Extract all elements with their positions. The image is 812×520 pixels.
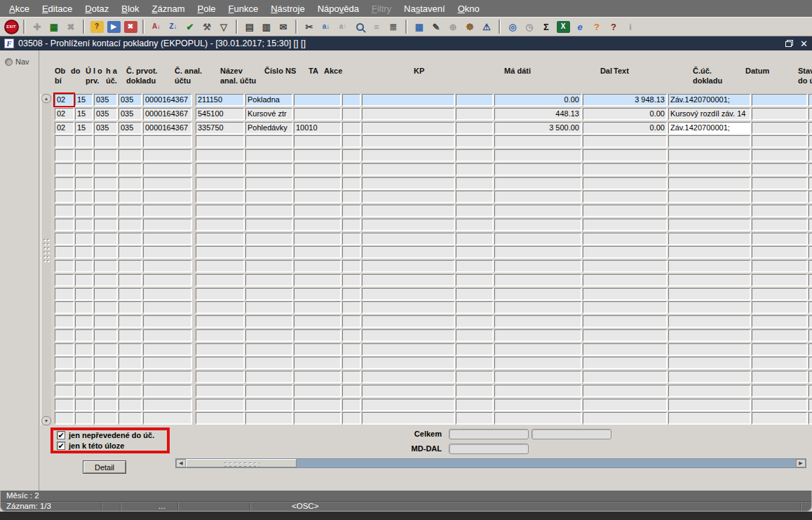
- menu-item-akce[interactable]: Akce: [3, 1, 36, 16]
- cell-dal[interactable]: [583, 357, 667, 369]
- cell-ma-dati[interactable]: [494, 177, 581, 189]
- cell-c-uc-dokladu[interactable]: [752, 246, 807, 258]
- cell-ma-dati[interactable]: [494, 135, 581, 147]
- cell-akce[interactable]: [362, 385, 454, 397]
- cell-dal[interactable]: 0.00: [583, 108, 667, 120]
- cell-c-uc-dokladu[interactable]: [752, 274, 807, 286]
- cell-dal[interactable]: [583, 385, 667, 397]
- cell-obdobi[interactable]: 02: [55, 122, 74, 134]
- cell-uloha-uc[interactable]: [119, 343, 142, 355]
- cell-uloha-prv[interactable]: [94, 177, 117, 189]
- cell-datum[interactable]: [808, 343, 812, 355]
- cell-do[interactable]: [75, 371, 93, 383]
- cell-datum[interactable]: [808, 246, 812, 258]
- cell-akce[interactable]: [362, 108, 454, 120]
- cell-uloha-uc[interactable]: [119, 385, 142, 397]
- cell-kp[interactable]: [456, 288, 493, 300]
- cell-kp[interactable]: [456, 191, 493, 203]
- cell-do[interactable]: [75, 135, 93, 147]
- cell-akce[interactable]: [362, 122, 454, 134]
- alert-icon[interactable]: ⚠: [479, 19, 494, 34]
- cell-c-prvot-dokladu[interactable]: 0000164367: [143, 122, 191, 134]
- cell-uloha-uc[interactable]: [119, 219, 142, 231]
- cell-cislo-ns[interactable]: [294, 412, 341, 424]
- print-all-icon[interactable]: ▥: [259, 19, 274, 34]
- cell-cislo-ns[interactable]: [294, 357, 341, 369]
- cell-c-prvot-dokladu[interactable]: [143, 301, 191, 313]
- cell-uloha-uc[interactable]: [119, 149, 142, 161]
- cell-do[interactable]: [75, 191, 93, 203]
- cell-uloha-prv[interactable]: [94, 163, 117, 175]
- cell-ma-dati[interactable]: [494, 288, 581, 300]
- cell-c-uc-dokladu[interactable]: [752, 329, 807, 341]
- cell-c-anal-uctu[interactable]: [196, 357, 244, 369]
- cell-c-uc-dokladu[interactable]: [752, 399, 807, 411]
- cell-akce[interactable]: [362, 315, 454, 327]
- cell-obdobi[interactable]: [55, 246, 74, 258]
- cell-datum[interactable]: [808, 357, 812, 369]
- cell-uloha-prv[interactable]: [94, 357, 117, 369]
- cell-ma-dati[interactable]: [494, 260, 581, 272]
- cell-c-prvot-dokladu[interactable]: 0000164367: [143, 108, 191, 120]
- cell-akce[interactable]: [362, 343, 454, 355]
- copy-value-icon[interactable]: a↓: [318, 19, 334, 34]
- cell-do[interactable]: [75, 412, 93, 424]
- cell-datum[interactable]: [808, 288, 812, 300]
- browser-icon[interactable]: e: [572, 19, 588, 34]
- cell-c-uc-dokladu[interactable]: [752, 357, 807, 369]
- horizontal-scrollbar[interactable]: ◀ ▶: [175, 458, 806, 468]
- cell-uloha-prv[interactable]: [94, 191, 117, 203]
- cell-do[interactable]: 15: [75, 122, 93, 134]
- cell-uloha-prv[interactable]: [94, 371, 117, 383]
- hscroll-thumb[interactable]: [186, 459, 297, 467]
- cell-uloha-uc[interactable]: [119, 274, 142, 286]
- cell-uloha-prv[interactable]: [94, 246, 117, 258]
- cell-ta[interactable]: [342, 288, 360, 300]
- cell-ma-dati[interactable]: [494, 219, 581, 231]
- menu-item-záznam[interactable]: Záznam: [146, 1, 191, 16]
- cell-text[interactable]: [668, 163, 750, 175]
- cell-obdobi[interactable]: [55, 412, 74, 424]
- cell-text[interactable]: [668, 205, 750, 217]
- cell-c-uc-dokladu[interactable]: [752, 315, 807, 327]
- cell-uloha-prv[interactable]: [94, 301, 117, 313]
- cell-c-uc-dokladu[interactable]: [752, 288, 807, 300]
- cell-uloha-uc[interactable]: [119, 288, 142, 300]
- vscroll-track[interactable]: [41, 103, 51, 416]
- cell-nazev-anal-uctu[interactable]: [245, 219, 292, 231]
- cell-dal[interactable]: [583, 191, 667, 203]
- cell-nazev-anal-uctu[interactable]: [245, 301, 292, 313]
- cell-datum[interactable]: [808, 412, 812, 424]
- cell-uloha-prv[interactable]: [94, 385, 117, 397]
- cell-c-anal-uctu[interactable]: [196, 412, 244, 424]
- cell-ma-dati[interactable]: 3 500.00: [494, 122, 581, 134]
- scroll-down-icon[interactable]: ▼: [41, 416, 51, 425]
- cell-ta[interactable]: [342, 219, 360, 231]
- cell-cislo-ns[interactable]: [294, 135, 341, 147]
- cell-dal[interactable]: [583, 343, 667, 355]
- cell-kp[interactable]: [456, 163, 493, 175]
- cell-kp[interactable]: [456, 260, 493, 272]
- cell-do[interactable]: [75, 274, 93, 286]
- cell-obdobi[interactable]: [55, 205, 74, 217]
- cell-ma-dati[interactable]: [494, 149, 581, 161]
- cell-text[interactable]: Kursový rozdíl záv. 14: [668, 108, 750, 120]
- cell-ta[interactable]: [342, 246, 360, 258]
- cell-cislo-ns[interactable]: [294, 94, 341, 106]
- print-icon[interactable]: ▤: [242, 19, 257, 34]
- cell-ta[interactable]: [342, 191, 360, 203]
- cell-kp[interactable]: [456, 246, 493, 258]
- cell-do[interactable]: [75, 315, 93, 327]
- cell-c-prvot-dokladu[interactable]: [143, 246, 191, 258]
- cell-akce[interactable]: [362, 163, 454, 175]
- cell-akce[interactable]: [362, 329, 454, 341]
- cell-do[interactable]: [75, 329, 93, 341]
- cell-uloha-prv[interactable]: [94, 205, 117, 217]
- cell-c-anal-uctu[interactable]: [196, 260, 244, 272]
- cell-kp[interactable]: [456, 371, 493, 383]
- cell-obdobi[interactable]: 02: [55, 108, 74, 120]
- cell-dal[interactable]: [583, 399, 667, 411]
- cell-nazev-anal-uctu[interactable]: [245, 343, 292, 355]
- cell-uloha-uc[interactable]: [119, 205, 142, 217]
- cell-ma-dati[interactable]: 448.13: [494, 108, 581, 120]
